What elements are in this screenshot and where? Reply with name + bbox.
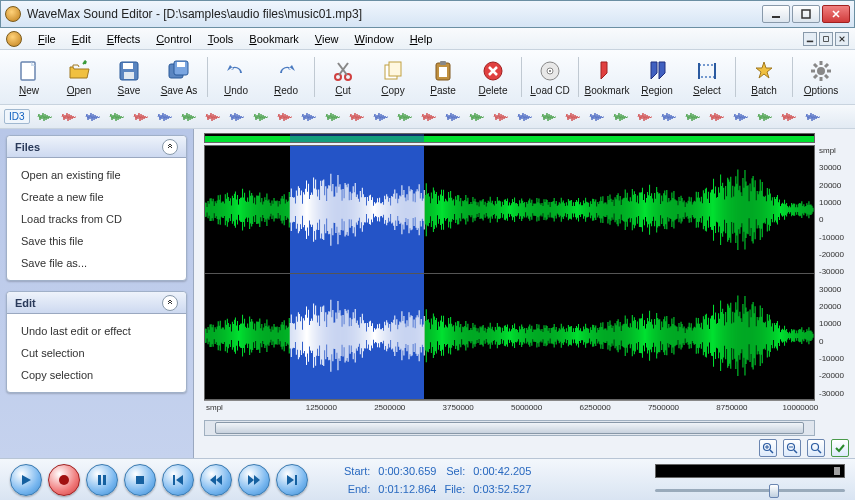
cut-button[interactable]: Cut	[318, 52, 368, 102]
effect-icon-30[interactable]	[756, 108, 774, 126]
overview-ruler[interactable]	[204, 133, 815, 143]
waveform-canvas[interactable]	[204, 145, 815, 400]
effect-icon-8[interactable]	[228, 108, 246, 126]
stop-button[interactable]	[124, 464, 156, 496]
delete-button[interactable]: Delete	[468, 52, 518, 102]
effect-icon-25[interactable]	[636, 108, 654, 126]
copy-button[interactable]: Copy	[368, 52, 418, 102]
mdi-minimize[interactable]	[803, 32, 817, 46]
effect-icon-9[interactable]	[252, 108, 270, 126]
effect-icon-10[interactable]	[276, 108, 294, 126]
effect-icon-12[interactable]	[324, 108, 342, 126]
panel-link[interactable]: Load tracks from CD	[11, 208, 182, 230]
y-tick: 0	[819, 216, 849, 224]
close-button[interactable]	[822, 5, 850, 23]
menu-help[interactable]: Help	[402, 31, 441, 47]
rewind-button[interactable]	[200, 464, 232, 496]
effect-icon-15[interactable]	[396, 108, 414, 126]
horizontal-scrollbar[interactable]	[204, 420, 815, 436]
effect-icon-0[interactable]	[36, 108, 54, 126]
effect-icon-27[interactable]	[684, 108, 702, 126]
menu-edit[interactable]: Edit	[64, 31, 99, 47]
scrollbar-thumb[interactable]	[215, 422, 804, 434]
id3-button[interactable]: ID3	[4, 109, 30, 124]
effect-icon-14[interactable]	[372, 108, 390, 126]
effect-icon-29[interactable]	[732, 108, 750, 126]
effect-icon-6[interactable]	[180, 108, 198, 126]
select-button[interactable]: Select	[682, 52, 732, 102]
maximize-button[interactable]	[792, 5, 820, 23]
effect-icon-1[interactable]	[60, 108, 78, 126]
panel-header[interactable]: Edit	[7, 292, 186, 314]
volume-slider[interactable]	[655, 484, 845, 496]
effect-icon-31[interactable]	[780, 108, 798, 126]
effect-icon-22[interactable]	[564, 108, 582, 126]
effect-icon-26[interactable]	[660, 108, 678, 126]
zoom-in-button[interactable]	[759, 439, 777, 457]
panel-link[interactable]: Create a new file	[11, 186, 182, 208]
cd-button[interactable]: Load CD	[525, 52, 575, 102]
mdi-restore[interactable]	[819, 32, 833, 46]
panel-link[interactable]: Save this file	[11, 230, 182, 252]
time-info: Start: 0:00:30.659 Sel: 0:00:42.205 End:…	[344, 463, 531, 497]
effect-icon-4[interactable]	[132, 108, 150, 126]
new-button[interactable]: New	[4, 52, 54, 102]
effect-icon-2[interactable]	[84, 108, 102, 126]
batch-button[interactable]: Batch	[739, 52, 789, 102]
panel-link[interactable]: Undo last edit or effect	[11, 320, 182, 342]
panel-link[interactable]: Save file as...	[11, 252, 182, 274]
panel-link[interactable]: Copy selection	[11, 364, 182, 386]
effect-icon-16[interactable]	[420, 108, 438, 126]
effect-icon-17[interactable]	[444, 108, 462, 126]
toolbar-separator	[314, 57, 315, 97]
paste-button[interactable]: Paste	[418, 52, 468, 102]
menu-tools[interactable]: Tools	[200, 31, 242, 47]
pause-button[interactable]	[86, 464, 118, 496]
play-button[interactable]	[10, 464, 42, 496]
menu-control[interactable]: Control	[148, 31, 199, 47]
redo-button[interactable]: Redo	[261, 52, 311, 102]
panel-header[interactable]: Files	[7, 136, 186, 158]
region-button[interactable]: Region	[632, 52, 682, 102]
menu-file[interactable]: File	[30, 31, 64, 47]
overview-selection[interactable]	[290, 134, 424, 142]
minimize-button[interactable]	[762, 5, 790, 23]
bookmark-button[interactable]: Bookmark	[582, 52, 632, 102]
volume-thumb[interactable]	[769, 484, 779, 498]
effect-icon-20[interactable]	[516, 108, 534, 126]
zoom-out-button[interactable]	[783, 439, 801, 457]
undo-button[interactable]: Undo	[211, 52, 261, 102]
collapse-icon[interactable]	[162, 295, 178, 311]
effect-icon-13[interactable]	[348, 108, 366, 126]
open-button[interactable]: Open	[54, 52, 104, 102]
effect-icon-18[interactable]	[468, 108, 486, 126]
effect-icon-24[interactable]	[612, 108, 630, 126]
menu-window[interactable]: Window	[347, 31, 402, 47]
forward-button[interactable]	[238, 464, 270, 496]
menu-view[interactable]: View	[307, 31, 347, 47]
effect-icon-28[interactable]	[708, 108, 726, 126]
end-button[interactable]	[276, 464, 308, 496]
start-button[interactable]	[162, 464, 194, 496]
zoom-fit-button[interactable]	[807, 439, 825, 457]
mdi-close[interactable]	[835, 32, 849, 46]
effect-icon-11[interactable]	[300, 108, 318, 126]
confirm-button[interactable]	[831, 439, 849, 457]
record-button[interactable]	[48, 464, 80, 496]
saveas-button[interactable]: Save As	[154, 52, 204, 102]
save-button[interactable]: Save	[104, 52, 154, 102]
effect-icon-3[interactable]	[108, 108, 126, 126]
effect-icon-7[interactable]	[204, 108, 222, 126]
panel-link[interactable]: Open an existing file	[11, 164, 182, 186]
effect-icon-5[interactable]	[156, 108, 174, 126]
collapse-icon[interactable]	[162, 139, 178, 155]
effect-icon-19[interactable]	[492, 108, 510, 126]
menu-effects[interactable]: Effects	[99, 31, 148, 47]
effect-icon-21[interactable]	[540, 108, 558, 126]
effect-icon-23[interactable]	[588, 108, 606, 126]
effect-icon-32[interactable]	[804, 108, 822, 126]
options-button[interactable]: Options	[796, 52, 846, 102]
panel-link[interactable]: Cut selection	[11, 342, 182, 364]
file-label: File:	[444, 481, 465, 497]
menu-bookmark[interactable]: Bookmark	[241, 31, 307, 47]
